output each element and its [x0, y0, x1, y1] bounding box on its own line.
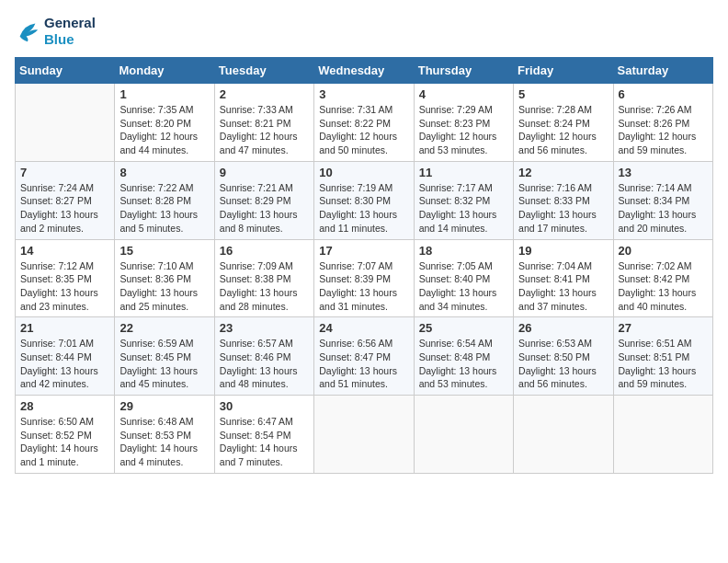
- logo-icon: [15, 18, 40, 44]
- day-info: Sunrise: 7:22 AM Sunset: 8:28 PM Dayligh…: [119, 181, 209, 236]
- day-number: 17: [319, 244, 408, 258]
- day-info: Sunrise: 6:59 AM Sunset: 8:45 PM Dayligh…: [119, 337, 209, 391]
- calendar-cell: 26Sunrise: 6:53 AM Sunset: 8:50 PM Dayli…: [514, 317, 613, 396]
- calendar-cell: 21Sunrise: 7:01 AM Sunset: 8:44 PM Dayli…: [16, 317, 115, 396]
- day-info: Sunrise: 6:51 AM Sunset: 8:51 PM Dayligh…: [619, 337, 708, 391]
- day-number: 9: [220, 166, 309, 179]
- calendar-cell: 5Sunrise: 7:28 AM Sunset: 8:24 PM Daylig…: [514, 84, 613, 162]
- day-info: Sunrise: 7:09 AM Sunset: 8:38 PM Dayligh…: [220, 259, 309, 314]
- day-number: 1: [119, 87, 209, 101]
- day-number: 23: [220, 321, 309, 335]
- calendar-cell: [613, 396, 712, 474]
- day-number: 20: [619, 244, 708, 258]
- calendar-cell: 6Sunrise: 7:26 AM Sunset: 8:26 PM Daylig…: [613, 84, 712, 162]
- day-number: 16: [220, 244, 309, 258]
- day-info: Sunrise: 6:53 AM Sunset: 8:50 PM Dayligh…: [518, 337, 608, 391]
- column-header-thursday: Thursday: [414, 58, 513, 84]
- calendar-cell: [314, 396, 414, 474]
- day-number: 27: [619, 321, 708, 335]
- calendar-cell: [414, 396, 513, 474]
- calendar-cell: 28Sunrise: 6:50 AM Sunset: 8:52 PM Dayli…: [16, 396, 115, 474]
- calendar-cell: 11Sunrise: 7:17 AM Sunset: 8:32 PM Dayli…: [414, 161, 513, 239]
- day-number: 18: [419, 244, 508, 258]
- calendar-header-row: SundayMondayTuesdayWednesdayThursdayFrid…: [16, 58, 713, 84]
- calendar-cell: 16Sunrise: 7:09 AM Sunset: 8:38 PM Dayli…: [214, 239, 313, 317]
- day-number: 10: [319, 166, 408, 179]
- day-number: 22: [119, 321, 209, 335]
- day-number: 7: [20, 166, 109, 179]
- day-info: Sunrise: 7:24 AM Sunset: 8:27 PM Dayligh…: [20, 181, 109, 236]
- day-number: 30: [220, 399, 309, 413]
- column-header-sunday: Sunday: [16, 58, 115, 84]
- day-number: 11: [419, 166, 508, 179]
- day-info: Sunrise: 7:05 AM Sunset: 8:40 PM Dayligh…: [419, 259, 508, 314]
- day-info: Sunrise: 6:48 AM Sunset: 8:53 PM Dayligh…: [119, 415, 209, 469]
- column-header-friday: Friday: [514, 58, 613, 84]
- calendar-cell: [16, 84, 115, 162]
- day-info: Sunrise: 6:57 AM Sunset: 8:46 PM Dayligh…: [220, 337, 309, 391]
- column-header-wednesday: Wednesday: [314, 58, 414, 84]
- day-number: 14: [20, 244, 109, 258]
- calendar-cell: 3Sunrise: 7:31 AM Sunset: 8:22 PM Daylig…: [314, 84, 414, 162]
- day-number: 6: [619, 87, 708, 101]
- day-number: 15: [119, 244, 209, 258]
- column-header-tuesday: Tuesday: [214, 58, 313, 84]
- calendar-cell: 20Sunrise: 7:02 AM Sunset: 8:42 PM Dayli…: [613, 239, 712, 317]
- day-number: 26: [518, 321, 608, 335]
- day-info: Sunrise: 7:12 AM Sunset: 8:35 PM Dayligh…: [20, 259, 109, 314]
- day-info: Sunrise: 7:33 AM Sunset: 8:21 PM Dayligh…: [220, 103, 309, 157]
- logo-text: General Blue: [44, 15, 96, 48]
- calendar-cell: [514, 396, 613, 474]
- calendar-cell: 4Sunrise: 7:29 AM Sunset: 8:23 PM Daylig…: [414, 84, 513, 162]
- day-info: Sunrise: 6:47 AM Sunset: 8:54 PM Dayligh…: [220, 415, 309, 469]
- day-number: 4: [419, 87, 508, 101]
- day-number: 2: [220, 87, 309, 101]
- column-header-saturday: Saturday: [613, 58, 712, 84]
- calendar-cell: 27Sunrise: 6:51 AM Sunset: 8:51 PM Dayli…: [613, 317, 712, 396]
- calendar-cell: 7Sunrise: 7:24 AM Sunset: 8:27 PM Daylig…: [16, 161, 115, 239]
- calendar-cell: 30Sunrise: 6:47 AM Sunset: 8:54 PM Dayli…: [214, 396, 313, 474]
- page-header: General Blue: [15, 15, 713, 48]
- day-info: Sunrise: 7:17 AM Sunset: 8:32 PM Dayligh…: [419, 181, 508, 236]
- calendar-cell: 8Sunrise: 7:22 AM Sunset: 8:28 PM Daylig…: [115, 161, 214, 239]
- day-info: Sunrise: 7:16 AM Sunset: 8:33 PM Dayligh…: [518, 181, 608, 236]
- calendar-cell: 19Sunrise: 7:04 AM Sunset: 8:41 PM Dayli…: [514, 239, 613, 317]
- day-info: Sunrise: 7:07 AM Sunset: 8:39 PM Dayligh…: [319, 259, 408, 314]
- day-number: 25: [419, 321, 508, 335]
- day-info: Sunrise: 7:19 AM Sunset: 8:30 PM Dayligh…: [319, 181, 408, 236]
- calendar-cell: 29Sunrise: 6:48 AM Sunset: 8:53 PM Dayli…: [115, 396, 214, 474]
- calendar-week-row: 28Sunrise: 6:50 AM Sunset: 8:52 PM Dayli…: [16, 396, 713, 474]
- calendar-cell: 2Sunrise: 7:33 AM Sunset: 8:21 PM Daylig…: [214, 84, 313, 162]
- calendar-cell: 9Sunrise: 7:21 AM Sunset: 8:29 PM Daylig…: [214, 161, 313, 239]
- column-header-monday: Monday: [115, 58, 214, 84]
- day-number: 12: [518, 166, 608, 179]
- day-number: 8: [119, 166, 209, 179]
- day-number: 19: [518, 244, 608, 258]
- day-number: 3: [319, 87, 408, 101]
- day-number: 21: [20, 321, 109, 335]
- day-number: 24: [319, 321, 408, 335]
- day-number: 13: [619, 166, 708, 179]
- day-info: Sunrise: 7:04 AM Sunset: 8:41 PM Dayligh…: [518, 259, 608, 314]
- calendar-cell: 14Sunrise: 7:12 AM Sunset: 8:35 PM Dayli…: [16, 239, 115, 317]
- calendar-cell: 22Sunrise: 6:59 AM Sunset: 8:45 PM Dayli…: [115, 317, 214, 396]
- calendar-cell: 25Sunrise: 6:54 AM Sunset: 8:48 PM Dayli…: [414, 317, 513, 396]
- day-info: Sunrise: 7:01 AM Sunset: 8:44 PM Dayligh…: [20, 337, 109, 391]
- calendar-week-row: 21Sunrise: 7:01 AM Sunset: 8:44 PM Dayli…: [16, 317, 713, 396]
- day-info: Sunrise: 7:21 AM Sunset: 8:29 PM Dayligh…: [220, 181, 309, 236]
- calendar-cell: 24Sunrise: 6:56 AM Sunset: 8:47 PM Dayli…: [314, 317, 414, 396]
- day-info: Sunrise: 6:54 AM Sunset: 8:48 PM Dayligh…: [419, 337, 508, 391]
- day-info: Sunrise: 6:56 AM Sunset: 8:47 PM Dayligh…: [319, 337, 408, 391]
- calendar-cell: 23Sunrise: 6:57 AM Sunset: 8:46 PM Dayli…: [214, 317, 313, 396]
- calendar-cell: 10Sunrise: 7:19 AM Sunset: 8:30 PM Dayli…: [314, 161, 414, 239]
- calendar-cell: 17Sunrise: 7:07 AM Sunset: 8:39 PM Dayli…: [314, 239, 414, 317]
- logo: General Blue: [15, 15, 96, 48]
- day-number: 5: [518, 87, 608, 101]
- calendar-cell: 18Sunrise: 7:05 AM Sunset: 8:40 PM Dayli…: [414, 239, 513, 317]
- calendar-week-row: 1Sunrise: 7:35 AM Sunset: 8:20 PM Daylig…: [16, 84, 713, 162]
- calendar-cell: 13Sunrise: 7:14 AM Sunset: 8:34 PM Dayli…: [613, 161, 712, 239]
- day-info: Sunrise: 7:28 AM Sunset: 8:24 PM Dayligh…: [518, 103, 608, 157]
- day-info: Sunrise: 7:14 AM Sunset: 8:34 PM Dayligh…: [619, 181, 708, 236]
- day-info: Sunrise: 7:26 AM Sunset: 8:26 PM Dayligh…: [619, 103, 708, 157]
- day-info: Sunrise: 7:10 AM Sunset: 8:36 PM Dayligh…: [119, 259, 209, 314]
